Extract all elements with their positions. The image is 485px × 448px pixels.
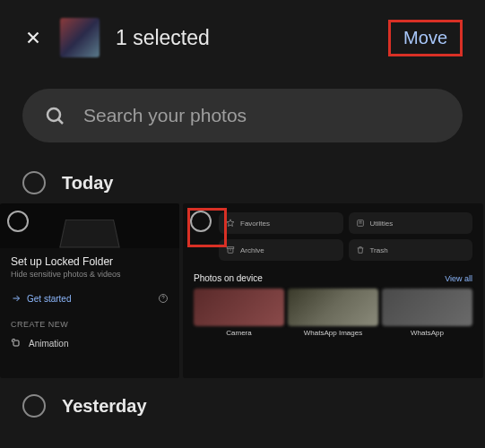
- select-all-circle-icon[interactable]: [22, 394, 46, 418]
- get-started-link: Get started: [11, 293, 71, 304]
- utilities-icon: [356, 219, 365, 228]
- trash-icon: [356, 246, 365, 254]
- photo-item-2[interactable]: Favorites Utilities Archive Trash Photos…: [183, 203, 483, 378]
- animation-icon: [11, 338, 22, 349]
- search-bar[interactable]: Search your photos: [22, 89, 463, 142]
- menu-animation: Animation: [0, 334, 179, 352]
- search-icon: [44, 105, 65, 126]
- help-icon: [158, 293, 169, 304]
- select-circle-icon[interactable]: [190, 211, 212, 232]
- folder-icon: [59, 220, 120, 248]
- album-thumbnail: [288, 289, 378, 326]
- star-icon: [226, 219, 235, 228]
- close-icon: [23, 28, 43, 47]
- section-yesterday[interactable]: Yesterday: [0, 378, 485, 426]
- move-button[interactable]: Move: [388, 20, 463, 56]
- device-album-whatsapp: WhatsApp: [382, 289, 472, 337]
- section-title-today: Today: [62, 173, 113, 194]
- device-album-whatsapp-images: WhatsApp Images: [288, 289, 378, 337]
- search-placeholder: Search your photos: [83, 105, 247, 126]
- close-button[interactable]: [22, 27, 44, 48]
- select-all-circle-icon[interactable]: [22, 171, 46, 194]
- svg-rect-4: [227, 247, 234, 249]
- card-title: Set up Locked Folder: [0, 248, 179, 270]
- top-bar: 1 selected Move: [0, 0, 485, 71]
- section-title-yesterday: Yesterday: [62, 396, 147, 417]
- selected-count-text: 1 selected: [116, 26, 372, 50]
- view-all-link: View all: [445, 274, 472, 283]
- chip-favorites: Favorites: [219, 212, 343, 234]
- select-circle-icon[interactable]: [7, 211, 29, 232]
- selected-thumbnail: [60, 18, 100, 57]
- arrow-right-icon: [11, 293, 22, 304]
- photos-on-device-header: Photos on device: [194, 273, 263, 283]
- chip-utilities: Utilities: [349, 212, 473, 234]
- today-thumbnails: Set up Locked Folder Hide sensitive phot…: [0, 203, 485, 378]
- svg-rect-2: [13, 340, 19, 346]
- photo-item-1[interactable]: Set up Locked Folder Hide sensitive phot…: [0, 203, 179, 378]
- device-album-camera: Camera: [194, 289, 284, 337]
- create-new-header: CREATE NEW: [0, 309, 179, 334]
- chip-archive: Archive: [219, 239, 343, 261]
- chip-trash: Trash: [349, 239, 473, 261]
- archive-icon: [226, 246, 235, 254]
- svg-point-0: [48, 108, 60, 121]
- album-thumbnail: [382, 289, 472, 326]
- album-thumbnail: [194, 289, 284, 326]
- section-today[interactable]: Today: [0, 160, 485, 203]
- card-subtitle: Hide sensitive photos & videos: [0, 270, 179, 288]
